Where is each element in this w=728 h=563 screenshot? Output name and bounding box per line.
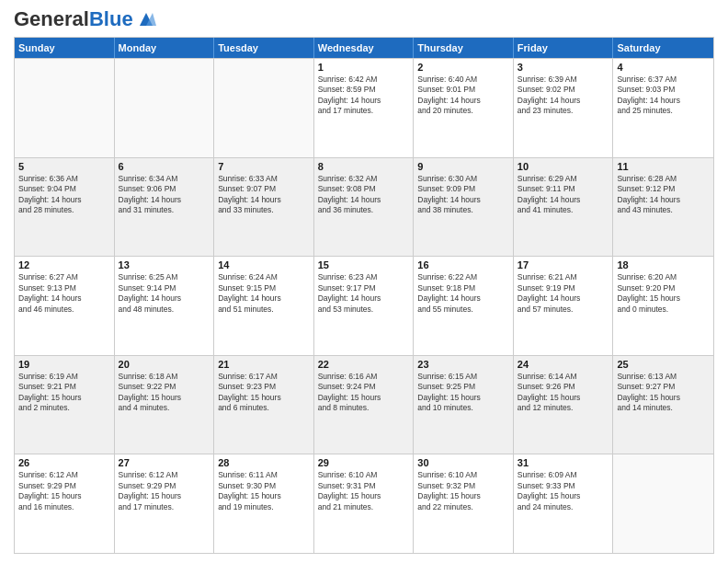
- calendar-cell: 14Sunrise: 6:24 AM Sunset: 9:15 PM Dayli…: [214, 257, 314, 355]
- header-cell-wednesday: Wednesday: [314, 38, 415, 58]
- page-container: GeneralBlue SundayMondayTuesdayWednesday…: [0, 0, 728, 563]
- day-number: 18: [617, 259, 710, 270]
- header-cell-thursday: Thursday: [414, 38, 514, 58]
- day-number: 6: [119, 161, 210, 172]
- calendar-cell: 17Sunrise: 6:21 AM Sunset: 9:19 PM Dayli…: [514, 257, 614, 355]
- day-number: 1: [318, 62, 410, 73]
- header-cell-friday: Friday: [514, 38, 614, 58]
- day-number: 24: [518, 359, 609, 370]
- day-number: 26: [18, 457, 110, 468]
- day-number: 3: [518, 62, 609, 73]
- logo: GeneralBlue: [14, 9, 156, 29]
- calendar-cell: 28Sunrise: 6:11 AM Sunset: 9:30 PM Dayli…: [214, 454, 314, 553]
- calendar-cell: 24Sunrise: 6:14 AM Sunset: 9:26 PM Dayli…: [514, 356, 614, 454]
- calendar-cell: 10Sunrise: 6:29 AM Sunset: 9:11 PM Dayli…: [514, 158, 614, 257]
- day-number: 15: [318, 259, 410, 270]
- cell-info: Sunrise: 6:39 AM Sunset: 9:02 PM Dayligh…: [518, 75, 609, 117]
- cell-info: Sunrise: 6:12 AM Sunset: 9:29 PM Dayligh…: [18, 470, 110, 512]
- day-number: 20: [119, 359, 210, 370]
- logo-general: General: [14, 7, 89, 30]
- cell-info: Sunrise: 6:13 AM Sunset: 9:27 PM Dayligh…: [617, 372, 710, 414]
- cell-info: Sunrise: 6:37 AM Sunset: 9:03 PM Dayligh…: [617, 75, 710, 117]
- calendar-week-1: 5Sunrise: 6:36 AM Sunset: 9:04 PM Daylig…: [15, 157, 713, 257]
- day-number: 13: [119, 259, 210, 270]
- day-number: 8: [318, 161, 410, 172]
- cell-info: Sunrise: 6:40 AM Sunset: 9:01 PM Dayligh…: [417, 75, 509, 117]
- day-number: 12: [18, 259, 110, 270]
- cell-info: Sunrise: 6:24 AM Sunset: 9:15 PM Dayligh…: [218, 272, 310, 315]
- calendar-cell: 4Sunrise: 6:37 AM Sunset: 9:03 PM Daylig…: [613, 59, 713, 157]
- cell-info: Sunrise: 6:15 AM Sunset: 9:25 PM Dayligh…: [417, 372, 509, 414]
- calendar-cell: 31Sunrise: 6:09 AM Sunset: 9:33 PM Dayli…: [514, 454, 614, 553]
- day-number: 19: [18, 359, 110, 370]
- calendar-cell: 20Sunrise: 6:18 AM Sunset: 9:22 PM Dayli…: [115, 356, 215, 454]
- day-number: 22: [318, 359, 410, 370]
- day-number: 25: [617, 359, 710, 370]
- calendar-week-3: 19Sunrise: 6:19 AM Sunset: 9:21 PM Dayli…: [15, 355, 713, 454]
- cell-info: Sunrise: 6:16 AM Sunset: 9:24 PM Dayligh…: [318, 372, 410, 414]
- calendar-cell: 18Sunrise: 6:20 AM Sunset: 9:20 PM Dayli…: [613, 257, 713, 355]
- cell-info: Sunrise: 6:29 AM Sunset: 9:11 PM Dayligh…: [518, 174, 609, 216]
- cell-info: Sunrise: 6:33 AM Sunset: 9:07 PM Dayligh…: [218, 174, 310, 216]
- day-number: 9: [417, 161, 509, 172]
- cell-info: Sunrise: 6:14 AM Sunset: 9:26 PM Dayligh…: [518, 372, 609, 414]
- calendar-cell: 21Sunrise: 6:17 AM Sunset: 9:23 PM Dayli…: [214, 356, 314, 454]
- cell-info: Sunrise: 6:32 AM Sunset: 9:08 PM Dayligh…: [318, 174, 410, 216]
- calendar-cell: 5Sunrise: 6:36 AM Sunset: 9:04 PM Daylig…: [15, 158, 115, 257]
- calendar-cell: 3Sunrise: 6:39 AM Sunset: 9:02 PM Daylig…: [514, 59, 614, 157]
- cell-info: Sunrise: 6:10 AM Sunset: 9:32 PM Dayligh…: [417, 470, 509, 512]
- logo-icon: [136, 9, 156, 29]
- day-number: 16: [417, 259, 509, 270]
- header-cell-monday: Monday: [115, 38, 215, 58]
- day-number: 2: [417, 62, 509, 73]
- calendar-cell: 2Sunrise: 6:40 AM Sunset: 9:01 PM Daylig…: [414, 59, 514, 157]
- day-number: 23: [417, 359, 509, 370]
- calendar-week-0: 1Sunrise: 6:42 AM Sunset: 8:59 PM Daylig…: [15, 58, 713, 157]
- calendar-week-4: 26Sunrise: 6:12 AM Sunset: 9:29 PM Dayli…: [15, 454, 713, 553]
- cell-info: Sunrise: 6:21 AM Sunset: 9:19 PM Dayligh…: [518, 272, 609, 315]
- cell-info: Sunrise: 6:11 AM Sunset: 9:30 PM Dayligh…: [218, 470, 310, 512]
- calendar-cell: 27Sunrise: 6:12 AM Sunset: 9:29 PM Dayli…: [115, 454, 215, 553]
- cell-info: Sunrise: 6:09 AM Sunset: 9:33 PM Dayligh…: [518, 470, 609, 512]
- cell-info: Sunrise: 6:12 AM Sunset: 9:29 PM Dayligh…: [119, 470, 210, 512]
- cell-info: Sunrise: 6:42 AM Sunset: 8:59 PM Dayligh…: [318, 75, 410, 117]
- calendar-cell: 11Sunrise: 6:28 AM Sunset: 9:12 PM Dayli…: [613, 158, 713, 257]
- calendar-cell: 7Sunrise: 6:33 AM Sunset: 9:07 PM Daylig…: [214, 158, 314, 257]
- calendar: SundayMondayTuesdayWednesdayThursdayFrid…: [14, 37, 714, 554]
- day-number: 28: [218, 457, 310, 468]
- header-cell-tuesday: Tuesday: [214, 38, 314, 58]
- cell-info: Sunrise: 6:20 AM Sunset: 9:20 PM Dayligh…: [617, 272, 710, 315]
- cell-info: Sunrise: 6:22 AM Sunset: 9:18 PM Dayligh…: [417, 272, 509, 315]
- cell-info: Sunrise: 6:28 AM Sunset: 9:12 PM Dayligh…: [617, 174, 710, 216]
- day-number: 30: [417, 457, 509, 468]
- day-number: 21: [218, 359, 310, 370]
- calendar-cell: 8Sunrise: 6:32 AM Sunset: 9:08 PM Daylig…: [314, 158, 415, 257]
- day-number: 7: [218, 161, 310, 172]
- calendar-cell: [15, 59, 115, 157]
- day-number: 27: [119, 457, 210, 468]
- header-cell-saturday: Saturday: [613, 38, 713, 58]
- calendar-cell: [613, 454, 713, 553]
- day-number: 11: [617, 161, 710, 172]
- cell-info: Sunrise: 6:25 AM Sunset: 9:14 PM Dayligh…: [119, 272, 210, 315]
- day-number: 4: [617, 62, 710, 73]
- calendar-cell: [214, 59, 314, 157]
- header-cell-sunday: Sunday: [15, 38, 115, 58]
- calendar-cell: 6Sunrise: 6:34 AM Sunset: 9:06 PM Daylig…: [115, 158, 215, 257]
- day-number: 29: [318, 457, 410, 468]
- day-number: 31: [518, 457, 609, 468]
- calendar-header: SundayMondayTuesdayWednesdayThursdayFrid…: [15, 38, 713, 58]
- page-header: GeneralBlue: [14, 9, 714, 29]
- day-number: 17: [518, 259, 609, 270]
- calendar-cell: 19Sunrise: 6:19 AM Sunset: 9:21 PM Dayli…: [15, 356, 115, 454]
- calendar-cell: 23Sunrise: 6:15 AM Sunset: 9:25 PM Dayli…: [414, 356, 514, 454]
- logo-text: GeneralBlue: [14, 9, 133, 29]
- calendar-cell: 29Sunrise: 6:10 AM Sunset: 9:31 PM Dayli…: [314, 454, 415, 553]
- cell-info: Sunrise: 6:18 AM Sunset: 9:22 PM Dayligh…: [119, 372, 210, 414]
- calendar-cell: 22Sunrise: 6:16 AM Sunset: 9:24 PM Dayli…: [314, 356, 415, 454]
- cell-info: Sunrise: 6:27 AM Sunset: 9:13 PM Dayligh…: [18, 272, 110, 315]
- cell-info: Sunrise: 6:30 AM Sunset: 9:09 PM Dayligh…: [417, 174, 509, 216]
- calendar-body: 1Sunrise: 6:42 AM Sunset: 8:59 PM Daylig…: [15, 58, 713, 553]
- day-number: 14: [218, 259, 310, 270]
- cell-info: Sunrise: 6:34 AM Sunset: 9:06 PM Dayligh…: [119, 174, 210, 216]
